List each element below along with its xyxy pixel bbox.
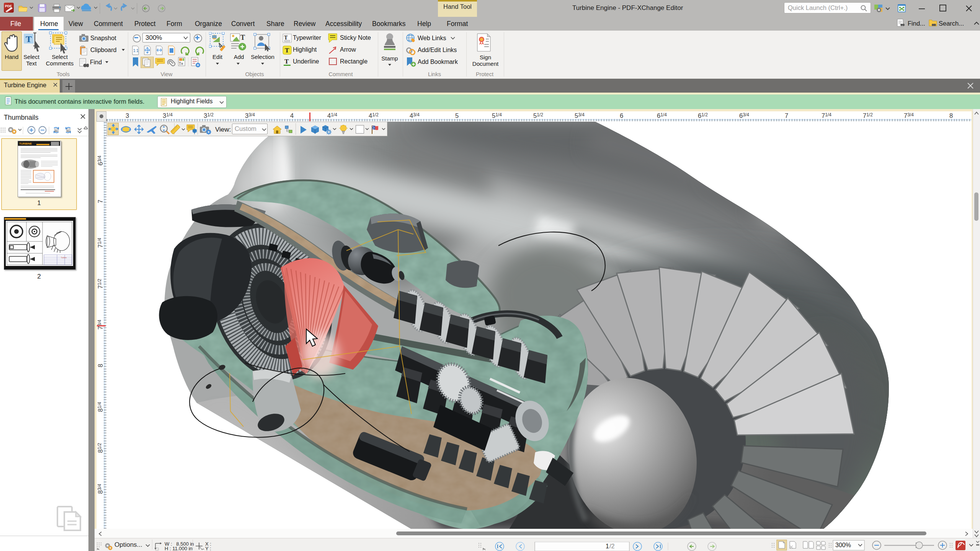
svg-text:/2: /2 [609,543,614,549]
svg-text:1: 1 [606,543,609,549]
svg-text:T: T [285,47,289,54]
svg-text:300%: 300% [835,542,851,548]
svg-text:TURBINE: TURBINE [19,142,32,145]
svg-text:T: T [284,35,288,41]
svg-text:T: T [26,34,32,44]
svg-text:T: T [284,58,289,65]
svg-text:1:1: 1:1 [133,49,139,53]
svg-text:90: 90 [55,130,58,132]
svg-text:T: T [240,34,245,41]
svg-text:90: 90 [67,130,70,132]
svg-text:Turbine: Turbine [61,257,67,259]
svg-text:T≡: T≡ [179,62,183,66]
